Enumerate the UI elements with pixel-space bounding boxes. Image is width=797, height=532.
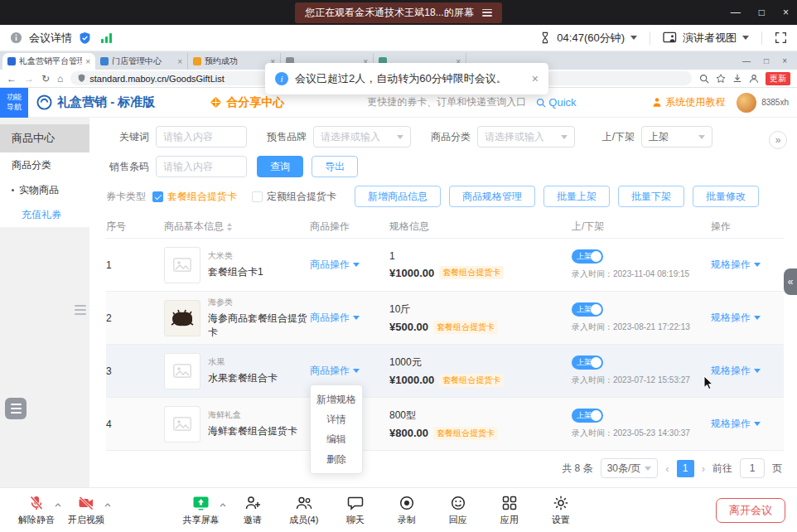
batch-onshelf-button[interactable]: 批量上架 <box>543 186 610 207</box>
onshelf-toggle[interactable]: 上架 <box>572 409 603 423</box>
product-op-dropdown[interactable]: 商品操作 <box>310 364 389 378</box>
toast-close-icon[interactable]: × <box>532 72 539 85</box>
update-badge[interactable]: 更新 <box>766 72 790 85</box>
panel-collapse-handle[interactable]: « <box>784 268 797 295</box>
browser-maximize-button[interactable]: □ <box>764 56 769 65</box>
tab-close-icon[interactable]: × <box>177 57 182 66</box>
start-video-button[interactable]: 开启视频 <box>61 495 111 526</box>
page-1-button[interactable]: 1 <box>677 460 694 477</box>
share-center-link[interactable]: 合分享中心 <box>210 95 284 110</box>
sort-icon[interactable] <box>227 220 232 234</box>
menu-item-add-spec[interactable]: 新增规格 <box>311 389 362 409</box>
timer-dropdown-icon[interactable] <box>630 36 637 43</box>
chevron-down-icon <box>645 467 651 474</box>
checkbox-fixed-label[interactable]: 定额组合提货卡 <box>267 190 336 204</box>
barcode-input[interactable] <box>156 156 247 177</box>
toolbar-label: 邀请 <box>244 514 262 526</box>
chevron-up-icon[interactable] <box>220 499 226 509</box>
quick-search-link[interactable]: Quick <box>536 96 576 109</box>
toolbar-label: 设置 <box>552 514 570 526</box>
export-button[interactable]: 导出 <box>312 156 358 177</box>
window-maximize-button[interactable]: □ <box>759 7 765 18</box>
sidebar-item-physical-goods[interactable]: 实物商品 <box>0 177 89 202</box>
forward-icon[interactable]: → <box>24 74 34 84</box>
chevron-up-icon[interactable] <box>55 499 61 509</box>
col-info: 商品基本信息 <box>164 220 310 234</box>
browser-tab-1[interactable]: 礼盒营销平台管理中心 × <box>2 53 95 70</box>
shelf-select[interactable]: 上架 <box>641 126 712 148</box>
next-page-button[interactable]: › <box>702 462 705 475</box>
spec-op-dropdown[interactable]: 规格操作 <box>711 417 761 431</box>
react-button[interactable]: 回应 <box>433 495 483 526</box>
back-icon[interactable]: ← <box>7 74 17 84</box>
function-nav-button[interactable]: 功能 导航 <box>0 88 28 118</box>
chevron-up-icon[interactable] <box>104 499 111 509</box>
category-select[interactable]: 请选择或输入 <box>477 126 575 148</box>
sidebar-item-gift-vouchers[interactable]: 充值礼券 <box>0 202 89 227</box>
search-button[interactable]: 查询 <box>257 156 303 177</box>
checkbox-combo-label[interactable]: 套餐组合提货卡 <box>167 190 237 204</box>
menu-item-delete[interactable]: 删除 <box>311 449 362 469</box>
browser-minimize-button[interactable]: — <box>742 56 751 65</box>
window-minimize-button[interactable]: — <box>731 7 741 18</box>
checkbox-combo-card[interactable] <box>152 191 163 202</box>
batch-offshelf-button[interactable]: 批量下架 <box>618 186 684 207</box>
floating-list-button[interactable] <box>5 398 27 419</box>
bookmark-star-icon[interactable] <box>716 74 726 84</box>
chat-button[interactable]: 聊天 <box>331 495 380 526</box>
user-avatar[interactable] <box>737 93 756 113</box>
add-product-button[interactable]: 新增商品信息 <box>355 186 441 207</box>
page-size-select[interactable]: 30条/页 <box>601 458 659 478</box>
tutorial-link[interactable]: 系统使用教程 <box>652 95 725 109</box>
settings-button[interactable]: 设置 <box>536 495 586 526</box>
checkbox-fixed-card[interactable] <box>252 191 263 202</box>
watching-banner[interactable]: 您正在观看金禾通技术王斌18...的屏幕 <box>295 2 501 23</box>
browser-tab-2[interactable]: 门店管理中心 × <box>95 53 188 70</box>
share-screen-button[interactable]: 共享屏幕 <box>176 495 226 526</box>
browser-close-button[interactable]: × <box>782 56 787 65</box>
sidebar-item-categories[interactable]: 商品分类 <box>0 152 89 177</box>
onshelf-toggle[interactable]: 上架 <box>572 249 603 264</box>
spec-op-dropdown[interactable]: 规格操作 <box>711 258 761 272</box>
profile-icon[interactable] <box>749 74 759 84</box>
keyword-input[interactable] <box>156 126 247 148</box>
spec-manage-button[interactable]: 商品规格管理 <box>449 186 535 207</box>
keyword-label: 关键词 <box>106 130 149 144</box>
refresh-icon[interactable]: ↻ <box>41 74 50 84</box>
collapse-filter-button[interactable]: » <box>769 131 787 149</box>
view-mode-label[interactable]: 演讲者视图 <box>683 31 737 46</box>
unmute-button[interactable]: 解除静音 <box>12 495 61 526</box>
tab-close-icon[interactable]: × <box>85 57 90 66</box>
product-name: 海鲜套餐组合提货卡 <box>208 424 297 438</box>
prev-page-button[interactable]: ‹ <box>665 462 669 475</box>
product-op-dropdown[interactable]: 商品操作 <box>310 258 389 272</box>
meeting-details-link[interactable]: 会议详情 <box>29 31 72 46</box>
spec-op-dropdown[interactable]: 规格操作 <box>711 364 761 378</box>
view-dropdown-icon[interactable] <box>742 36 749 43</box>
sidebar-collapse-icon[interactable] <box>75 305 86 315</box>
fullscreen-icon[interactable] <box>775 31 787 44</box>
table-row: 3 水果水果套餐组合卡 商品操作 1000元 ¥1000.00套餐组合提货卡 上… <box>106 345 784 398</box>
product-op-dropdown[interactable]: 商品操作 <box>310 311 389 325</box>
spec-op-dropdown[interactable]: 规格操作 <box>711 311 761 325</box>
leave-meeting-button[interactable]: 离开会议 <box>716 498 785 523</box>
members-button[interactable]: 成员(4) <box>279 495 329 526</box>
card-type-label: 券卡类型 <box>106 190 146 204</box>
batch-edit-button[interactable]: 批量修改 <box>693 186 759 207</box>
menu-item-edit[interactable]: 编辑 <box>311 429 362 449</box>
home-icon[interactable]: ⌂ <box>57 74 63 84</box>
network-signal-icon[interactable] <box>101 33 112 43</box>
download-icon[interactable] <box>732 74 742 84</box>
goto-page-input[interactable] <box>740 458 765 478</box>
onshelf-toggle[interactable]: 上架 <box>572 355 603 370</box>
search-icon[interactable] <box>699 74 709 84</box>
invite-button[interactable]: 邀请 <box>228 495 278 526</box>
menu-item-details[interactable]: 详情 <box>311 409 362 429</box>
apps-button[interactable]: 应用 <box>485 495 534 526</box>
security-shield-icon[interactable] <box>79 31 91 45</box>
onshelf-toggle[interactable]: 上架 <box>572 302 603 317</box>
record-button[interactable]: 录制 <box>382 495 432 526</box>
brand-select[interactable]: 请选择或输入 <box>313 126 411 148</box>
banner-menu-icon[interactable] <box>482 9 492 17</box>
window-close-button[interactable]: × <box>783 7 789 18</box>
